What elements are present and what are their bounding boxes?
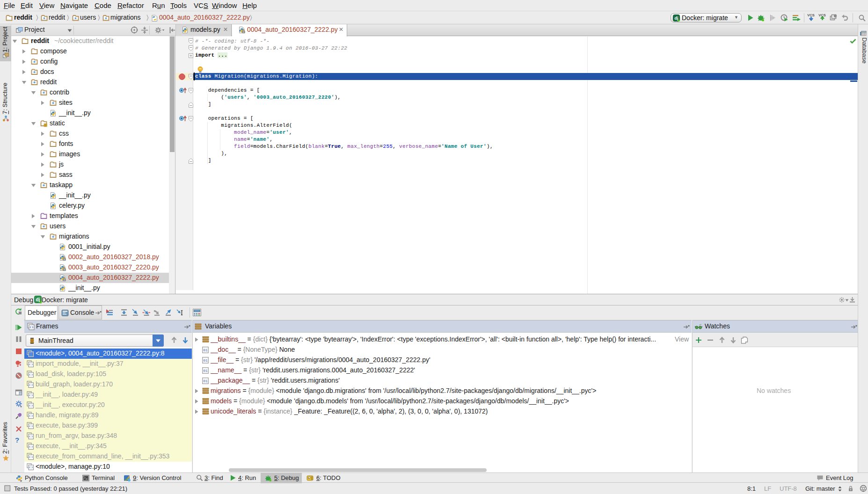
svg-text:01: 01 — [203, 358, 208, 363]
svg-text:dj: dj — [675, 16, 678, 21]
svg-text:01: 01 — [203, 369, 208, 373]
svg-text:01: 01 — [203, 379, 208, 383]
svg-text:VCS: VCS — [807, 13, 814, 17]
svg-text:dj: dj — [36, 297, 40, 302]
svg-text:01: 01 — [203, 348, 208, 352]
